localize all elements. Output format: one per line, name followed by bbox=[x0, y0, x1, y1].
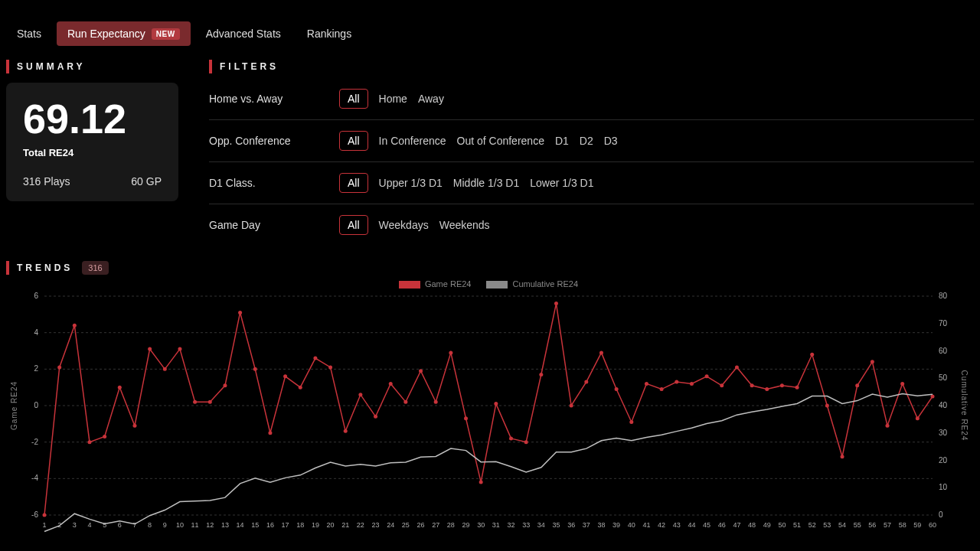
svg-text:44: 44 bbox=[688, 521, 695, 529]
svg-point-139 bbox=[855, 383, 859, 387]
legend-item-cumulative[interactable]: Cumulative RE24 bbox=[486, 279, 578, 289]
svg-point-90 bbox=[118, 386, 122, 390]
svg-point-97 bbox=[223, 383, 227, 387]
svg-text:58: 58 bbox=[899, 521, 906, 529]
filter-option[interactable]: Weekdays bbox=[379, 219, 429, 231]
svg-text:35: 35 bbox=[552, 521, 560, 529]
filter-option[interactable]: Out of Conference bbox=[457, 135, 544, 147]
svg-text:70: 70 bbox=[939, 319, 948, 328]
svg-point-85 bbox=[43, 514, 47, 517]
svg-text:80: 80 bbox=[939, 292, 948, 300]
svg-point-104 bbox=[328, 365, 332, 369]
svg-text:-4: -4 bbox=[31, 474, 38, 482]
filter-option[interactable]: D3 bbox=[604, 135, 618, 147]
svg-text:42: 42 bbox=[658, 521, 665, 529]
svg-point-143 bbox=[916, 416, 920, 420]
legend-item-game[interactable]: Game RE24 bbox=[399, 279, 472, 289]
svg-text:23: 23 bbox=[372, 521, 380, 529]
svg-text:2: 2 bbox=[34, 364, 38, 373]
games-count: 60 GP bbox=[131, 175, 162, 187]
svg-text:59: 59 bbox=[913, 521, 921, 529]
svg-text:9: 9 bbox=[163, 521, 167, 529]
svg-point-119 bbox=[554, 302, 558, 305]
svg-text:3: 3 bbox=[73, 521, 77, 529]
svg-text:Game RE24: Game RE24 bbox=[10, 381, 18, 430]
filter-option[interactable]: D1 bbox=[555, 135, 569, 147]
filter-option[interactable]: All bbox=[339, 89, 368, 109]
svg-text:28: 28 bbox=[447, 521, 455, 529]
filter-option[interactable]: In Conference bbox=[379, 135, 446, 147]
filter-option[interactable]: Upper 1/3 D1 bbox=[379, 177, 443, 189]
svg-text:1: 1 bbox=[42, 521, 46, 529]
svg-point-107 bbox=[374, 415, 377, 419]
svg-point-113 bbox=[464, 416, 468, 420]
svg-text:0: 0 bbox=[34, 401, 38, 409]
svg-text:11: 11 bbox=[191, 521, 199, 529]
svg-text:46: 46 bbox=[718, 521, 726, 529]
svg-text:40: 40 bbox=[628, 521, 635, 529]
svg-point-122 bbox=[599, 350, 603, 354]
tab-advanced-stats[interactable]: Advanced Stats bbox=[195, 21, 292, 46]
svg-point-91 bbox=[132, 424, 136, 428]
svg-point-136 bbox=[810, 353, 814, 357]
svg-point-112 bbox=[449, 350, 452, 354]
svg-point-111 bbox=[434, 400, 438, 404]
svg-text:21: 21 bbox=[341, 521, 349, 529]
filter-option[interactable]: D2 bbox=[580, 135, 593, 147]
svg-text:17: 17 bbox=[282, 521, 289, 529]
filter-option[interactable]: Home bbox=[379, 93, 407, 105]
svg-text:20: 20 bbox=[939, 456, 948, 465]
svg-point-94 bbox=[178, 347, 181, 351]
tab-rankings[interactable]: Rankings bbox=[296, 21, 362, 46]
svg-text:8: 8 bbox=[148, 521, 152, 529]
svg-text:14: 14 bbox=[237, 521, 244, 529]
filter-label: Home vs. Away bbox=[209, 93, 339, 105]
tab-run-expectancy[interactable]: Run ExpectancyNEW bbox=[57, 21, 191, 46]
tab-stats[interactable]: Stats bbox=[6, 21, 52, 46]
svg-text:56: 56 bbox=[868, 521, 876, 529]
filter-option[interactable]: All bbox=[339, 131, 368, 151]
svg-text:36: 36 bbox=[567, 521, 575, 529]
filter-label: Opp. Conference bbox=[209, 135, 339, 147]
svg-text:33: 33 bbox=[522, 521, 530, 529]
svg-point-116 bbox=[509, 436, 513, 440]
svg-point-105 bbox=[344, 429, 348, 433]
tabs-bar: StatsRun ExpectancyNEWAdvanced StatsRank… bbox=[6, 0, 974, 54]
svg-text:45: 45 bbox=[703, 521, 710, 529]
svg-point-133 bbox=[765, 387, 769, 391]
filter-option[interactable]: All bbox=[339, 215, 368, 235]
svg-point-114 bbox=[479, 481, 483, 484]
svg-point-134 bbox=[780, 383, 784, 387]
filter-option[interactable]: All bbox=[339, 173, 368, 193]
plays-count: 316 Plays bbox=[23, 175, 70, 187]
filter-option[interactable]: Middle 1/3 D1 bbox=[453, 177, 519, 189]
svg-text:16: 16 bbox=[266, 521, 274, 529]
filter-option[interactable]: Lower 1/3 D1 bbox=[530, 177, 593, 189]
filter-label: Game Day bbox=[209, 219, 339, 231]
svg-text:31: 31 bbox=[492, 521, 500, 529]
filter-option[interactable]: Away bbox=[418, 93, 444, 105]
svg-point-101 bbox=[283, 374, 287, 378]
svg-text:43: 43 bbox=[673, 521, 681, 529]
svg-text:30: 30 bbox=[939, 429, 948, 437]
filter-option[interactable]: Weekends bbox=[439, 219, 490, 231]
svg-text:0: 0 bbox=[939, 510, 943, 519]
svg-point-86 bbox=[57, 365, 61, 369]
svg-point-118 bbox=[539, 373, 543, 377]
svg-point-109 bbox=[403, 400, 407, 404]
chart-legend: Game RE24 Cumulative RE24 bbox=[6, 279, 971, 289]
svg-text:-6: -6 bbox=[31, 510, 38, 519]
svg-point-128 bbox=[690, 382, 694, 386]
svg-text:32: 32 bbox=[507, 521, 514, 529]
svg-text:24: 24 bbox=[387, 521, 394, 529]
svg-point-108 bbox=[389, 382, 393, 386]
svg-text:51: 51 bbox=[793, 521, 801, 529]
svg-point-142 bbox=[900, 382, 904, 386]
svg-text:47: 47 bbox=[733, 521, 740, 529]
svg-text:20: 20 bbox=[327, 521, 335, 529]
svg-point-96 bbox=[208, 400, 212, 404]
trends-chart: Game RE24 Cumulative RE24 -6-4-202460102… bbox=[6, 279, 971, 540]
svg-text:25: 25 bbox=[402, 521, 410, 529]
filters-heading: FILTERS bbox=[209, 60, 974, 73]
svg-point-132 bbox=[750, 383, 754, 387]
